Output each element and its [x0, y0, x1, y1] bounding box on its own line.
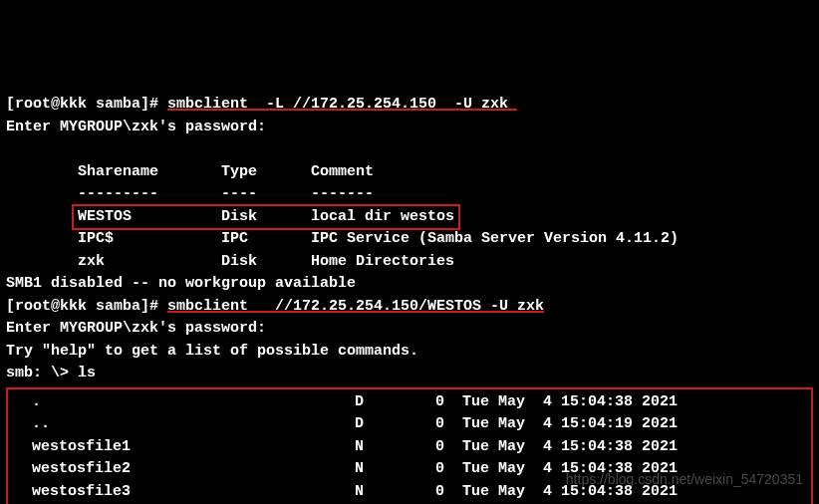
watermark: https://blog.csdn.net/weixin_54720351	[566, 469, 803, 490]
smb-prompt-ls: smb: \> ls	[6, 365, 96, 381]
listing-row: westosfile1 N 0 Tue May 4 15:04:38 2021	[14, 438, 678, 455]
command-1: smbclient -L //172.25.254.150 -U zxk	[167, 96, 517, 113]
share-header: Sharename Type Comment	[6, 163, 374, 180]
share-row-westos: WESTOS Disk local dir westos	[74, 206, 458, 229]
try-help: Try "help" to get a list of possible com…	[6, 343, 418, 360]
prompt-2: [root@kkk samba]#	[6, 298, 167, 315]
password-prompt-1: Enter MYGROUP\zxk's password:	[6, 119, 266, 135]
command-2: smbclient //172.25.254.150/WESTOS -U zxk	[167, 298, 544, 315]
share-divider: --------- ---- -------	[6, 185, 374, 202]
share-row-ipc: IPC$ IPC IPC Service (Samba Server Versi…	[6, 230, 679, 247]
smb1-disabled: SMB1 disabled -- no workgroup available	[6, 275, 356, 292]
prompt-1: [root@kkk samba]#	[6, 96, 167, 113]
password-prompt-2: Enter MYGROUP\zxk's password:	[6, 320, 266, 337]
share-row-zxk: zxk Disk Home Directories	[6, 253, 454, 270]
terminal-output: [root@kkk samba]# smbclient -L //172.25.…	[6, 94, 813, 504]
listing-row: .. D 0 Tue May 4 15:04:19 2021	[14, 415, 678, 432]
listing-row: . D 0 Tue May 4 15:04:38 2021	[14, 393, 678, 410]
